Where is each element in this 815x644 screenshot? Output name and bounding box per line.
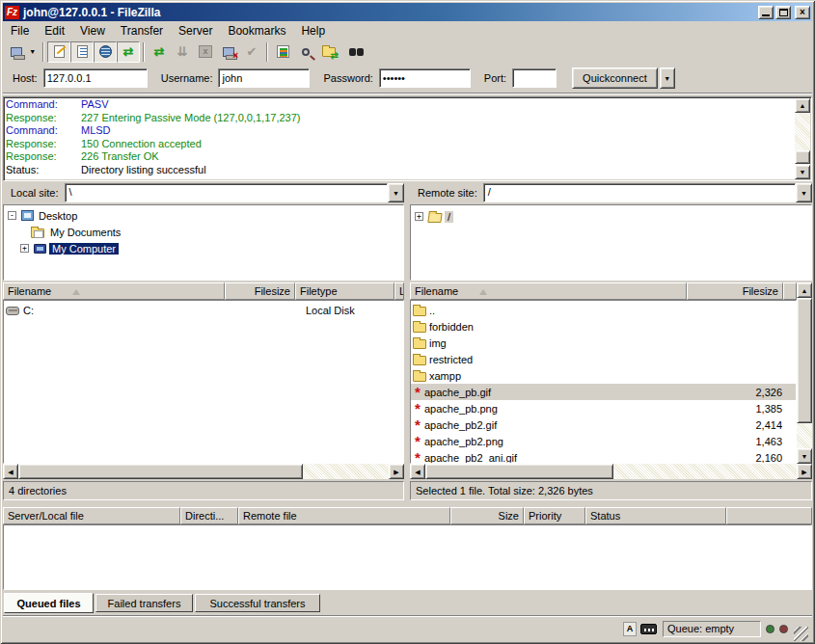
tree-item-desktop[interactable]: - Desktop — [8, 207, 403, 224]
menu-bookmarks[interactable]: Bookmarks — [220, 22, 293, 40]
expand-icon[interactable]: + — [20, 244, 29, 253]
title-bar[interactable]: Fz john@127.0.0.1 - FileZilla × — [3, 3, 812, 21]
remote-vscrollbar[interactable]: ▲ ▼ — [797, 282, 812, 464]
chevron-down-icon[interactable]: ▼ — [388, 183, 404, 202]
file-row[interactable]: * apache_pb.png 1,385 — [411, 400, 796, 416]
expand-icon[interactable]: + — [415, 212, 423, 221]
local-site-value[interactable]: \ — [65, 183, 388, 202]
scroll-right-button[interactable]: ▶ — [797, 464, 812, 479]
toggle-message-log-button[interactable] — [47, 41, 70, 63]
tree-item-label[interactable]: My Computer — [49, 243, 119, 255]
scroll-up-button[interactable]: ▲ — [795, 98, 810, 113]
remote-hscrollbar[interactable]: ◀ ▶ — [410, 464, 812, 479]
tree-item-my-computer[interactable]: + My Computer — [8, 240, 403, 256]
process-queue-button[interactable]: ⇊ — [171, 41, 194, 63]
scroll-left-button[interactable]: ◀ — [3, 464, 18, 479]
file-row[interactable]: * apache_pb2_ani.gif 2,160 — [411, 449, 796, 464]
column-header-remote-file[interactable]: Remote file — [238, 507, 450, 524]
folder-icon — [413, 307, 426, 316]
tab-successful-transfers[interactable]: Successful transfers — [195, 594, 320, 612]
toggle-remote-tree-button[interactable] — [94, 41, 117, 63]
close-button[interactable]: × — [795, 6, 810, 19]
column-header-spacer — [783, 282, 797, 300]
menu-file[interactable]: File — [3, 22, 37, 40]
local-site-combo[interactable]: \ ▼ — [65, 183, 404, 202]
column-header-direction[interactable]: Directi... — [180, 507, 238, 524]
tree-item-root[interactable]: + / — [415, 208, 811, 225]
site-manager-button[interactable]: ▼ — [7, 41, 40, 63]
image-file-icon: * — [411, 451, 424, 464]
resize-grip[interactable] — [794, 627, 808, 641]
file-row[interactable]: * apache_pb2.gif 2,414 — [411, 416, 796, 433]
maximize-button[interactable] — [775, 6, 791, 19]
tree-item-label[interactable]: My Documents — [47, 227, 123, 238]
file-row[interactable]: img — [411, 335, 796, 351]
tab-failed-transfers[interactable]: Failed transfers — [95, 594, 193, 612]
column-header-server-local-file[interactable]: Server/Local file — [3, 507, 180, 524]
scroll-thumb[interactable] — [425, 464, 613, 479]
host-input[interactable] — [43, 68, 148, 88]
synchronized-browsing-button[interactable] — [340, 41, 364, 63]
tree-item-label[interactable]: / — [445, 211, 453, 223]
column-header-status[interactable]: Status — [585, 507, 726, 524]
column-header-filesize[interactable]: Filesize — [225, 282, 295, 300]
column-header-filetype[interactable]: Filetype — [295, 282, 394, 300]
find-files-button[interactable] — [294, 41, 317, 63]
scroll-thumb[interactable] — [18, 464, 303, 479]
quickconnect-dropdown-button[interactable]: ▼ — [660, 67, 675, 89]
collapse-icon[interactable]: - — [8, 211, 16, 220]
tree-item-my-documents[interactable]: My Documents — [8, 224, 403, 240]
scroll-left-button[interactable]: ◀ — [410, 464, 425, 479]
remote-site-value[interactable]: / — [483, 183, 796, 202]
menu-help[interactable]: Help — [293, 22, 333, 40]
column-header-filesize[interactable]: Filesize — [687, 282, 783, 300]
directory-comparison-button[interactable]: ⇄ — [317, 41, 340, 63]
tab-queued-files[interactable]: Queued files — [4, 593, 94, 613]
scroll-down-button[interactable]: ▼ — [797, 448, 812, 464]
file-row-c-drive[interactable]: C: Local Disk — [4, 302, 403, 318]
reconnect-button[interactable]: ✔ — [240, 41, 263, 63]
column-header-priority[interactable]: Priority — [524, 507, 585, 524]
remote-tree: + / — [410, 204, 812, 281]
file-row[interactable]: .. — [411, 302, 796, 318]
menu-view[interactable]: View — [72, 22, 113, 40]
menu-transfer[interactable]: Transfer — [113, 22, 171, 40]
tab-label: Failed transfers — [108, 598, 181, 609]
menu-edit[interactable]: Edit — [37, 22, 72, 40]
column-header-size[interactable]: Size — [450, 507, 524, 524]
my-documents-icon — [31, 228, 44, 238]
column-header-filename[interactable]: Filename — [410, 282, 687, 300]
disconnect-button[interactable]: × — [217, 41, 240, 63]
column-header-filename[interactable]: Filename — [3, 282, 225, 300]
scroll-down-button[interactable]: ▼ — [795, 165, 810, 179]
password-input[interactable] — [379, 68, 471, 88]
chevron-down-icon[interactable]: ▼ — [796, 183, 812, 202]
cancel-operation-button[interactable]: x — [194, 41, 217, 63]
file-name: apache_pb2.png — [424, 436, 704, 447]
file-row[interactable]: forbidden — [411, 318, 796, 335]
scroll-thumb[interactable] — [797, 298, 812, 423]
log-scrollbar[interactable]: ▲ ▼ — [795, 98, 810, 179]
quickconnect-button[interactable]: Quickconnect — [572, 67, 658, 89]
minimize-button[interactable] — [758, 6, 774, 19]
refresh-button[interactable]: ⇄ — [148, 41, 171, 63]
username-input[interactable] — [218, 68, 310, 88]
scroll-right-button[interactable]: ▶ — [389, 464, 404, 479]
filter-button[interactable] — [271, 41, 294, 63]
scroll-thumb[interactable] — [795, 150, 810, 164]
scroll-up-button[interactable]: ▲ — [797, 282, 812, 298]
toggle-local-tree-button[interactable] — [70, 41, 94, 63]
port-input[interactable] — [512, 68, 557, 88]
column-header-last-modified[interactable]: L — [394, 282, 404, 300]
toggle-queue-button[interactable]: ⇄ — [117, 41, 140, 63]
local-hscrollbar[interactable]: ◀ ▶ — [3, 464, 404, 479]
file-name: C: — [23, 305, 224, 316]
file-row[interactable]: xampp — [411, 367, 796, 384]
file-size: 1,463 — [704, 436, 796, 447]
remote-site-combo[interactable]: / ▼ — [483, 183, 812, 202]
file-row-selected[interactable]: * apache_pb.gif 2,326 — [411, 384, 796, 400]
menu-server[interactable]: Server — [171, 22, 220, 40]
file-row[interactable]: restricted — [411, 351, 796, 367]
tree-item-label[interactable]: Desktop — [36, 210, 80, 222]
file-row[interactable]: * apache_pb2.png 1,463 — [411, 433, 796, 449]
